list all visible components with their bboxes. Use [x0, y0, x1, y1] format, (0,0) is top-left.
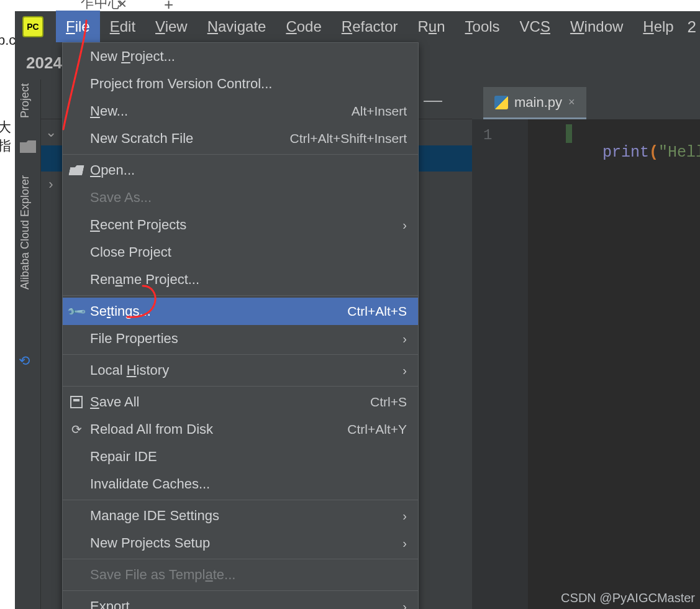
nav-path-fragment[interactable]: 2024 — [26, 53, 62, 73]
menu-item-label: New Projects Setup — [90, 535, 210, 551]
menu-item-save-all[interactable]: Save AllCtrl+S — [63, 388, 418, 416]
menu-separator — [63, 386, 418, 387]
menu-tools[interactable]: Tools — [455, 11, 510, 43]
alibaba-icon: ⟲ — [19, 353, 30, 369]
reload-icon: ⟳ — [69, 422, 84, 437]
line-number: 1 — [472, 126, 528, 145]
menu-separator — [63, 559, 418, 559]
menu-item-project-from-version-control[interactable]: Project from Version Control... — [63, 70, 418, 98]
menu-item-reload-all-from-disk[interactable]: ⟳Reload All from DiskCtrl+Alt+Y — [63, 416, 418, 443]
code-string: "Hello Wor — [658, 144, 700, 162]
menu-item-label: Project from Version Control... — [90, 76, 272, 92]
menu-item-label: Settings... — [90, 303, 151, 319]
menu-separator — [63, 354, 418, 355]
menu-item-label: Rename Project... — [90, 272, 199, 288]
menu-item-open[interactable]: Open... — [63, 157, 418, 184]
code-fn: print — [602, 144, 649, 162]
caret-highlight — [566, 124, 572, 143]
menu-item-new-project[interactable]: New Project... — [63, 43, 418, 70]
folder-icon — [69, 163, 84, 178]
menu-navigate[interactable]: Navigate — [198, 11, 276, 43]
menu-item-export[interactable]: Export› — [63, 593, 418, 609]
menu-item-shortcut: Ctrl+S — [370, 395, 407, 410]
menu-item-label: New... — [90, 103, 128, 119]
chevron-right-icon[interactable]: › — [41, 176, 61, 193]
chevron-right-icon: › — [402, 364, 407, 378]
menu-item-save-file-as-template: Save File as Template... — [63, 561, 418, 588]
chevron-down-icon[interactable]: ⌄ — [41, 124, 61, 140]
file-menu-dropdown[interactable]: New Project...Project from Version Contr… — [62, 42, 419, 609]
editor-tabbar: main.py × — [472, 80, 700, 119]
wrench-icon: 🔧 — [66, 301, 87, 322]
menu-item-label: Reload All from Disk — [90, 421, 213, 437]
close-icon[interactable]: × — [568, 96, 575, 109]
alibaba-tool-button[interactable]: Alibaba Cloud Explorer — [19, 175, 32, 290]
menu-item-invalidate-caches[interactable]: Invalidate Caches... — [63, 470, 418, 498]
menu-edit[interactable]: Edit — [100, 11, 145, 43]
menu-item-shortcut: Ctrl+Alt+Shift+Insert — [290, 131, 407, 146]
menu-item-manage-ide-settings[interactable]: Manage IDE Settings› — [63, 502, 418, 529]
menu-item-label: Save As... — [90, 190, 152, 206]
menu-item-label: Recent Projects — [90, 217, 186, 233]
menu-item-rename-project[interactable]: Rename Project... — [63, 266, 418, 293]
menu-item-file-properties[interactable]: File Properties› — [63, 325, 418, 352]
menu-code[interactable]: Code — [276, 11, 331, 43]
menu-item-shortcut: Alt+Insert — [352, 104, 407, 119]
code-editor[interactable]: print("Hello Wor — [528, 119, 700, 609]
menu-item-new-projects-setup[interactable]: New Projects Setup› — [63, 529, 418, 557]
menu-window[interactable]: Window — [560, 11, 633, 43]
chevron-right-icon: › — [402, 509, 407, 523]
menu-item-label: File Properties — [90, 331, 178, 347]
menu-item-new-scratch-file[interactable]: New Scratch FileCtrl+Alt+Shift+Insert — [63, 125, 418, 152]
alibaba-tool-label: Alibaba Cloud Explorer — [19, 175, 32, 290]
menu-refactor[interactable]: Refactor — [332, 11, 408, 43]
menu-item-settings[interactable]: 🔧Settings...Ctrl+Alt+S — [63, 298, 418, 325]
menu-item-label: Close Project — [90, 244, 171, 260]
watermark: CSDN @PyAIGCMaster — [561, 591, 695, 605]
menu-item-recent-projects[interactable]: Recent Projects› — [63, 211, 418, 239]
menu-truncated: 2 — [688, 17, 696, 37]
chevron-right-icon: › — [402, 600, 407, 610]
app-icon: PC — [22, 16, 43, 37]
project-tool-label: Project — [19, 83, 32, 118]
menu-item-new[interactable]: New...Alt+Insert — [63, 98, 418, 125]
python-icon — [494, 96, 508, 109]
left-gutter: Project Alibaba Cloud Explorer ⟲ — [15, 80, 41, 609]
menu-bar: PC FileEditViewNavigateCodeRefactorRunTo… — [15, 11, 700, 42]
menu-item-shortcut: Ctrl+Alt+Y — [347, 422, 407, 437]
menu-item-label: New Scratch File — [90, 130, 193, 147]
menu-help[interactable]: Help — [633, 11, 683, 43]
menu-item-label: Save File as Template... — [90, 567, 235, 583]
menu-file[interactable]: File — [56, 11, 100, 43]
editor-area: main.py × 1 print("Hello Wor — [472, 80, 700, 609]
menu-item-label: Invalidate Caches... — [90, 476, 210, 492]
chevron-right-icon: › — [402, 332, 407, 346]
editor-gutter: 1 — [472, 119, 528, 609]
menu-separator — [63, 295, 418, 296]
chevron-right-icon: › — [402, 218, 407, 232]
menu-item-label: Save All — [90, 394, 140, 410]
chevron-right-icon: › — [402, 536, 407, 551]
menu-item-label: New Project... — [90, 48, 175, 65]
menu-item-label: Repair IDE — [90, 449, 157, 465]
app-icon-label: PC — [27, 22, 39, 32]
menu-item-close-project[interactable]: Close Project — [63, 239, 418, 266]
folder-icon — [20, 140, 36, 153]
menu-item-label: Open... — [90, 162, 135, 178]
menu-item-save-as: Save As... — [63, 184, 418, 211]
menu-separator — [63, 500, 418, 500]
menu-item-label: Local History — [90, 362, 169, 378]
menu-item-local-history[interactable]: Local History› — [63, 357, 418, 384]
background-text-1: p.c — [0, 32, 16, 48]
background-text-2: 大指 — [0, 118, 11, 155]
menu-separator — [63, 590, 418, 591]
minimize-icon[interactable]: — — [424, 89, 442, 111]
project-tool-button[interactable]: Project — [19, 83, 32, 118]
editor-tab-main[interactable]: main.py × — [483, 87, 586, 119]
menu-view[interactable]: View — [145, 11, 198, 43]
menu-item-repair-ide[interactable]: Repair IDE — [63, 443, 418, 470]
menu-run[interactable]: Run — [408, 11, 455, 43]
menu-vcs[interactable]: VCS — [510, 11, 560, 43]
code-paren: ( — [649, 144, 658, 162]
menu-separator — [63, 154, 418, 155]
